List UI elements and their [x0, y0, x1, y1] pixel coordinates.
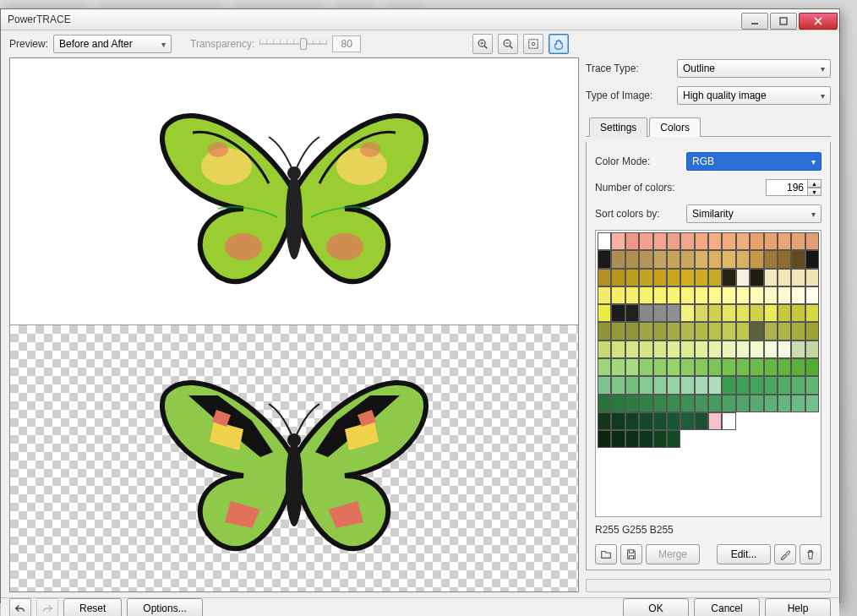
color-swatch[interactable] — [805, 376, 819, 394]
color-swatch[interactable] — [653, 376, 667, 394]
color-swatch[interactable] — [708, 286, 722, 304]
color-swatch[interactable] — [680, 412, 694, 430]
color-swatch[interactable] — [708, 395, 722, 412]
color-swatch[interactable] — [791, 395, 805, 412]
color-swatch[interactable] — [639, 286, 652, 304]
color-swatch[interactable] — [791, 250, 805, 268]
color-swatch[interactable] — [791, 341, 805, 358]
merge-button[interactable]: Merge — [646, 544, 700, 564]
num-colors-input[interactable] — [766, 179, 808, 196]
color-swatch[interactable] — [778, 250, 791, 268]
color-swatch[interactable] — [598, 269, 611, 286]
color-swatch[interactable] — [611, 430, 625, 448]
color-swatch[interactable] — [667, 269, 680, 286]
color-swatch[interactable] — [680, 341, 694, 358]
transparency-value[interactable]: 80 — [332, 35, 361, 52]
image-type-combo[interactable]: High quality image — [677, 86, 831, 105]
zoom-out-icon[interactable] — [498, 34, 518, 54]
trace-type-combo[interactable]: Outline — [677, 59, 831, 78]
color-swatch[interactable] — [708, 232, 722, 250]
color-swatch[interactable] — [680, 322, 694, 340]
color-swatch[interactable] — [598, 430, 611, 448]
color-swatch[interactable] — [708, 269, 722, 286]
color-swatch[interactable] — [764, 269, 778, 286]
color-swatch[interactable] — [708, 358, 722, 376]
color-swatch[interactable] — [708, 304, 722, 322]
color-swatch[interactable] — [722, 250, 735, 268]
color-swatch[interactable] — [598, 250, 611, 268]
color-swatch[interactable] — [722, 304, 735, 322]
color-swatch[interactable] — [736, 269, 750, 286]
color-swatch[interactable] — [805, 358, 819, 376]
color-swatch[interactable] — [736, 250, 750, 268]
color-swatch[interactable] — [625, 412, 639, 430]
color-swatch[interactable] — [653, 358, 667, 376]
color-swatch[interactable] — [680, 376, 694, 394]
color-swatch[interactable] — [598, 395, 611, 412]
color-swatch[interactable] — [736, 304, 750, 322]
color-swatch[interactable] — [639, 395, 652, 412]
spin-up-icon[interactable]: ▲ — [808, 179, 822, 188]
color-swatch[interactable] — [680, 269, 694, 286]
color-swatch[interactable] — [750, 358, 763, 376]
color-swatch[interactable] — [750, 269, 763, 286]
color-swatch[interactable] — [736, 395, 750, 412]
color-swatch[interactable] — [805, 286, 819, 304]
color-swatch[interactable] — [778, 358, 791, 376]
color-swatch[interactable] — [791, 304, 805, 322]
color-swatch[interactable] — [611, 232, 625, 250]
color-swatch[interactable] — [625, 341, 639, 358]
color-swatch[interactable] — [805, 232, 819, 250]
color-swatch[interactable] — [653, 269, 667, 286]
color-swatch[interactable] — [695, 341, 708, 358]
color-swatch[interactable] — [708, 250, 722, 268]
color-swatch[interactable] — [805, 341, 819, 358]
color-swatch[interactable] — [639, 322, 652, 340]
close-button[interactable] — [799, 13, 838, 30]
color-swatch[interactable] — [667, 412, 680, 430]
color-swatch[interactable] — [598, 412, 611, 430]
color-swatch[interactable] — [791, 286, 805, 304]
color-swatch[interactable] — [653, 232, 667, 250]
color-swatch[interactable] — [778, 304, 791, 322]
color-swatch[interactable] — [750, 395, 763, 412]
color-swatch[interactable] — [625, 269, 639, 286]
color-swatch[interactable] — [722, 376, 735, 394]
color-swatch[interactable] — [736, 376, 750, 394]
color-swatch[interactable] — [750, 341, 763, 358]
color-swatch[interactable] — [680, 358, 694, 376]
color-swatch[interactable] — [625, 250, 639, 268]
color-swatch[interactable] — [639, 358, 652, 376]
color-swatch[interactable] — [667, 250, 680, 268]
after-pane[interactable] — [10, 325, 578, 591]
color-swatch[interactable] — [764, 341, 778, 358]
color-swatch[interactable] — [611, 395, 625, 412]
color-swatch[interactable] — [667, 376, 680, 394]
color-swatch[interactable] — [736, 232, 750, 250]
minimize-button[interactable] — [741, 13, 768, 30]
color-swatch[interactable] — [667, 358, 680, 376]
color-swatch[interactable] — [667, 232, 680, 250]
sort-combo[interactable]: Similarity — [686, 204, 822, 223]
color-swatch[interactable] — [611, 358, 625, 376]
color-swatch[interactable] — [653, 430, 667, 448]
color-swatch[interactable] — [791, 269, 805, 286]
color-swatch[interactable] — [736, 322, 750, 340]
color-swatch[interactable] — [611, 269, 625, 286]
color-swatch[interactable] — [625, 286, 639, 304]
color-swatch[interactable] — [639, 376, 652, 394]
color-swatch[interactable] — [764, 286, 778, 304]
color-swatch[interactable] — [653, 286, 667, 304]
redo-button[interactable] — [36, 598, 58, 616]
color-swatch[interactable] — [722, 322, 735, 340]
color-swatch[interactable] — [625, 232, 639, 250]
color-swatch[interactable] — [736, 286, 750, 304]
color-swatch[interactable] — [639, 269, 652, 286]
color-palette[interactable] — [595, 230, 822, 517]
color-swatch[interactable] — [791, 322, 805, 340]
color-swatch[interactable] — [764, 232, 778, 250]
color-swatch[interactable] — [695, 322, 708, 340]
color-swatch[interactable] — [778, 232, 791, 250]
color-swatch[interactable] — [598, 286, 611, 304]
color-swatch[interactable] — [778, 376, 791, 394]
